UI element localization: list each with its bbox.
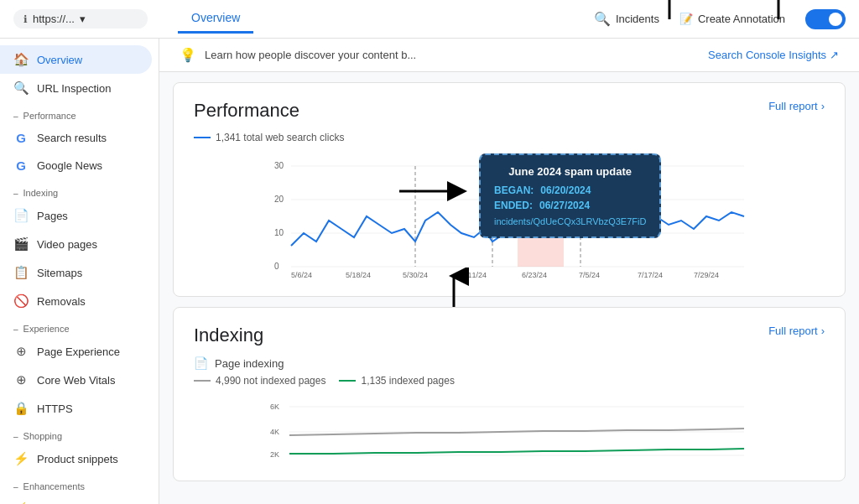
sidebar-item-google-news[interactable]: G Google News (0, 152, 152, 179)
annotation-icon: 📝 (679, 13, 693, 25)
incidents-button[interactable]: 🔍 Incidents (594, 11, 659, 27)
https-icon: 🔒 (13, 401, 29, 416)
svg-text:10: 10 (274, 228, 284, 237)
url-dropdown-icon[interactable]: ▾ (80, 13, 86, 25)
sidebar-item-page-experience[interactable]: ⊕ Page Experience (0, 337, 152, 366)
sidebar-item-removals[interactable]: 🚫 Removals (0, 287, 152, 315)
page-experience-icon: ⊕ (13, 344, 29, 359)
svg-text:7/17/24: 7/17/24 (638, 271, 663, 279)
svg-text:30: 30 (274, 161, 284, 170)
arrow-right-to-chart (395, 179, 471, 207)
search-console-insights-link[interactable]: Search Console Insights ↗ (708, 49, 839, 61)
external-link-icon: ↗ (830, 49, 839, 61)
sidebar: 🏠 Overview 🔍 URL Inspection Performance … (0, 39, 159, 504)
url-bar[interactable]: ℹ https://... ▾ (13, 9, 148, 29)
blue-line-icon (194, 137, 211, 138)
svg-text:0: 0 (274, 262, 279, 271)
search-icon: 🔍 (594, 11, 611, 27)
sitemaps-icon: 📋 (13, 265, 29, 280)
sidebar-item-video-pages[interactable]: 🎬 Video pages (0, 230, 152, 258)
page-icon: 📄 (194, 356, 208, 370)
svg-text:5/18/24: 5/18/24 (346, 271, 371, 279)
indexing-full-report[interactable]: Full report › (768, 325, 825, 337)
content-area: 💡 Learn how people discover your content… (159, 39, 859, 504)
performance-subtitle: 1,341 total web search clicks (194, 132, 825, 143)
incident-link[interactable]: incidents/QdUeCQx3LRVbzQ3E7FiD (494, 216, 646, 226)
sidebar-item-product-snippets[interactable]: ⚡ Product snippets (0, 444, 152, 473)
chevron-right-icon: › (821, 325, 825, 337)
video-pages-icon: 🎬 (13, 236, 29, 252)
svg-text:20: 20 (274, 195, 284, 204)
pages-icon: 📄 (13, 208, 29, 223)
svg-text:5/30/24: 5/30/24 (403, 271, 428, 279)
green-line-icon (339, 380, 356, 382)
create-annotation-button[interactable]: 📝 Create Annotation (679, 13, 785, 25)
info-banner: 💡 Learn how people discover your content… (159, 39, 859, 72)
indexing-chart: 6K 4K 2K (194, 397, 825, 464)
indexing-title: Indexing (194, 325, 825, 346)
sidebar-item-url-inspection[interactable]: 🔍 URL Inspection (0, 74, 152, 102)
page-indexing-row: 📄 Page indexing (194, 356, 825, 370)
topbar: ℹ https://... ▾ Overview 🔍 Incidents 📝 C… (0, 0, 859, 39)
sidebar-item-https[interactable]: 🔒 HTTPS (0, 394, 152, 423)
gray-line-icon (194, 380, 211, 382)
svg-text:7/5/24: 7/5/24 (579, 271, 600, 279)
svg-text:6K: 6K (270, 403, 279, 411)
top-nav: Overview (178, 4, 253, 34)
sidebar-section-enhancements: Enhancements (0, 473, 159, 495)
performance-legend: 1,341 total web search clicks (194, 132, 344, 143)
removals-icon: 🚫 (13, 294, 29, 309)
sidebar-item-amp[interactable]: ⚡ AMP (0, 495, 152, 504)
indexing-chart-svg: 6K 4K 2K (194, 397, 825, 464)
google-search-icon: G (13, 131, 29, 145)
svg-text:4K: 4K (270, 428, 279, 436)
main-layout: 🏠 Overview 🔍 URL Inspection Performance … (0, 39, 859, 504)
performance-title: Performance (194, 100, 825, 122)
topbar-actions: 🔍 Incidents 📝 Create Annotation (594, 9, 846, 29)
sidebar-item-search-results[interactable]: G Search results (0, 124, 152, 152)
nav-overview[interactable]: Overview (178, 4, 253, 34)
svg-text:6/23/24: 6/23/24 (522, 271, 547, 279)
indexing-legend: 4,990 not indexed pages 1,135 indexed pa… (194, 375, 825, 387)
indexing-section: Indexing Full report › 📄 Page indexing 4… (173, 307, 846, 481)
sidebar-section-experience: Experience (0, 315, 159, 337)
favicon-icon: ℹ (23, 13, 28, 25)
google-news-icon: G (13, 158, 29, 173)
url-inspection-icon: 🔍 (13, 81, 29, 96)
performance-section: Performance 1,341 total web search click… (173, 82, 846, 297)
core-web-vitals-icon: ⊕ (13, 372, 29, 387)
indexed-line (289, 449, 744, 454)
toggle-switch[interactable] (805, 9, 846, 29)
sidebar-item-pages[interactable]: 📄 Pages (0, 201, 152, 230)
home-icon: 🏠 (13, 52, 29, 67)
info-bulb-icon: 💡 (180, 47, 196, 63)
sidebar-item-core-web-vitals[interactable]: ⊕ Core Web Vitals (0, 366, 152, 394)
sidebar-item-sitemaps[interactable]: 📋 Sitemaps (0, 258, 152, 287)
performance-chart: 30 20 10 0 5/6/24 5/18/24 5/30/24 6/11/2… (194, 153, 825, 279)
arrow-right-svg (395, 179, 471, 204)
sidebar-item-overview[interactable]: 🏠 Overview (0, 45, 152, 74)
incident-tooltip: June 2024 spam update BEGAN: 06/20/2024 … (479, 153, 661, 238)
sidebar-section-indexing: Indexing (0, 179, 159, 201)
sidebar-section-performance: Performance (0, 102, 159, 124)
svg-text:5/6/24: 5/6/24 (291, 271, 312, 279)
sidebar-section-shopping: Shopping (0, 423, 159, 444)
svg-text:7/29/24: 7/29/24 (694, 271, 719, 279)
url-text: https://... (33, 13, 75, 25)
svg-text:2K: 2K (270, 450, 279, 459)
product-snippets-icon: ⚡ (13, 451, 29, 466)
performance-full-report[interactable]: Full report › (768, 100, 825, 112)
chevron-right-icon: › (821, 100, 825, 112)
